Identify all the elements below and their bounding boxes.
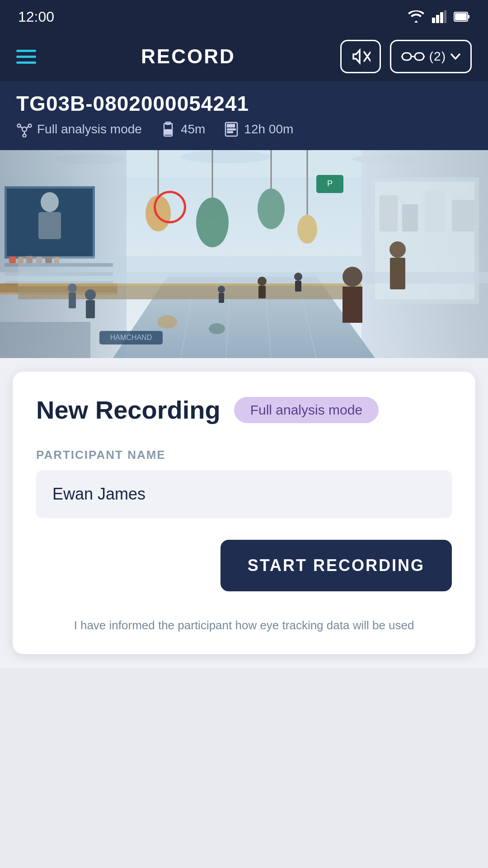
mode-label: Full analysis mode [37,122,142,137]
svg-point-73 [258,277,267,286]
card-section: New Recording Full analysis mode PARTICI… [0,358,488,668]
hamburger-line [16,61,36,64]
svg-point-83 [68,283,77,292]
battery-time: 45m [181,122,205,137]
camera-view: HAMCHAND P [0,150,488,358]
svg-rect-50 [380,195,398,231]
recording-card: New Recording Full analysis mode PARTICI… [13,372,475,654]
chevron-down-icon [450,53,460,60]
svg-point-79 [389,241,406,258]
svg-point-63 [196,198,229,247]
consent-text: I have informed the participant how eye … [36,609,452,634]
svg-rect-72 [219,293,224,303]
svg-point-75 [294,273,302,281]
svg-rect-0 [432,18,435,23]
svg-rect-2 [440,12,443,23]
svg-rect-10 [415,53,424,60]
svg-rect-76 [295,281,301,292]
svg-point-14 [23,134,26,137]
mute-button[interactable] [340,40,381,73]
hamburger-line [16,50,36,52]
mode-badge: Full analysis mode [234,397,379,423]
svg-line-15 [20,127,22,128]
storage-meta: 12h 00m [223,121,293,137]
svg-text:P: P [327,179,333,188]
glasses-icon [401,50,425,63]
svg-point-67 [297,215,317,244]
svg-rect-74 [258,286,266,298]
header: RECORD (2) [0,32,488,81]
storage-icon [223,121,239,137]
svg-point-69 [157,315,177,329]
svg-line-16 [27,127,28,128]
svg-rect-1 [436,15,439,23]
battery-icon [454,12,470,22]
svg-rect-47 [0,322,90,358]
status-icons [408,10,470,23]
start-recording-button[interactable]: START RECORDING [221,540,452,591]
svg-rect-35 [38,212,61,239]
svg-point-12 [18,124,21,127]
info-bar: TG03B-0802000054241 Full analysis mode [0,81,488,150]
svg-rect-53 [452,200,474,231]
mall-scene: HAMCHAND P [0,150,488,358]
hamburger-button[interactable] [16,50,36,64]
svg-rect-26 [227,132,233,133]
storage-time: 12h 00m [244,122,293,137]
analysis-icon [16,121,33,137]
glasses-button[interactable]: (2) [390,40,472,73]
svg-rect-24 [233,124,235,127]
svg-rect-5 [455,13,467,20]
svg-point-65 [258,189,285,229]
svg-point-71 [218,286,225,293]
svg-rect-39 [9,256,16,263]
svg-point-34 [41,192,59,212]
svg-rect-22 [227,124,229,127]
svg-text:HAMCHAND: HAMCHAND [110,334,152,341]
svg-point-13 [28,124,32,127]
status-time: 12:00 [18,9,54,25]
hamburger-line [16,56,36,58]
info-bar-meta: Full analysis mode 45m [16,121,472,137]
svg-rect-3 [444,10,446,23]
svg-point-30 [181,151,271,163]
mode-meta: Full analysis mode [16,121,142,137]
svg-rect-78 [343,287,362,323]
svg-rect-20 [165,130,171,134]
wifi-icon [408,10,425,23]
session-id: TG03B-0802000054241 [16,91,472,116]
svg-rect-6 [468,15,469,19]
participant-label: PARTICIPANT NAME [36,448,452,462]
svg-rect-84 [69,292,76,308]
svg-rect-52 [425,191,445,231]
svg-rect-51 [402,204,418,231]
svg-rect-9 [402,53,411,60]
card-title: New Recording [36,395,221,425]
svg-point-77 [343,267,362,287]
participant-name-input[interactable] [36,470,452,518]
svg-point-70 [209,323,225,334]
svg-rect-23 [230,124,232,127]
svg-point-81 [85,289,96,300]
gaze-circle [154,191,186,223]
status-bar: 12:00 [0,0,488,32]
svg-rect-25 [227,129,235,130]
svg-rect-82 [86,300,95,318]
battery-small-icon [160,121,176,137]
signal-icon [432,10,446,23]
card-header: New Recording Full analysis mode [36,395,452,425]
header-actions: (2) [340,40,472,73]
svg-point-11 [22,127,27,132]
glasses-count: (2) [429,49,446,64]
svg-rect-60 [18,256,361,283]
page-title: RECORD [50,45,327,68]
mute-icon [351,48,371,65]
svg-rect-80 [390,258,405,289]
battery-meta: 45m [160,121,205,137]
